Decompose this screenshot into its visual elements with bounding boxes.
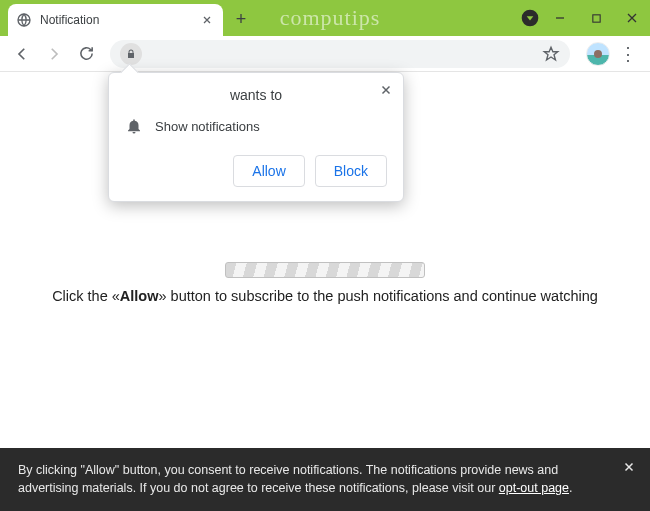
page-message-suffix: » button to subscribe to the push notifi… — [159, 288, 598, 304]
browser-toolbar: ⋮ — [0, 36, 650, 72]
back-button[interactable] — [8, 40, 36, 68]
permission-request-row: Show notifications — [125, 117, 387, 135]
permission-title: wants to — [125, 87, 387, 103]
permission-close-icon[interactable] — [379, 83, 393, 97]
block-button[interactable]: Block — [315, 155, 387, 187]
svg-rect-2 — [592, 14, 599, 21]
forward-button — [40, 40, 68, 68]
opt-out-link[interactable]: opt-out page — [499, 481, 569, 495]
bookmark-star-icon[interactable] — [542, 45, 560, 63]
extension-shield-icon[interactable] — [520, 8, 540, 28]
tab-title: Notification — [40, 13, 199, 27]
loading-bar — [225, 262, 425, 278]
consent-text-prefix: By clicking "Allow" button, you consent … — [18, 463, 558, 495]
close-window-button[interactable] — [614, 0, 650, 36]
permission-buttons: Allow Block — [125, 155, 387, 187]
browser-tab[interactable]: Notification — [8, 4, 223, 36]
globe-icon — [16, 12, 32, 28]
minimize-button[interactable] — [542, 0, 578, 36]
tab-close-icon[interactable] — [199, 12, 215, 28]
bell-icon — [125, 117, 143, 135]
consent-text-suffix: . — [569, 481, 572, 495]
allow-button[interactable]: Allow — [233, 155, 304, 187]
window-titlebar: Notification + computips — [0, 0, 650, 36]
reload-button[interactable] — [72, 40, 100, 68]
site-info-lock-icon[interactable] — [120, 43, 142, 65]
consent-footer: By clicking "Allow" button, you consent … — [0, 448, 650, 511]
consent-close-icon[interactable] — [622, 460, 636, 474]
address-bar[interactable] — [110, 40, 570, 68]
profile-avatar[interactable] — [586, 42, 610, 66]
permission-request-label: Show notifications — [155, 119, 260, 134]
page-message: Click the «Allow» button to subscribe to… — [0, 288, 650, 304]
page-message-bold: Allow — [120, 288, 159, 304]
page-message-prefix: Click the « — [52, 288, 120, 304]
window-controls — [542, 0, 650, 36]
maximize-button[interactable] — [578, 0, 614, 36]
watermark-text: computips — [280, 5, 381, 31]
menu-icon[interactable]: ⋮ — [614, 40, 642, 68]
new-tab-button[interactable]: + — [227, 5, 255, 33]
permission-dialog: wants to Show notifications Allow Block — [108, 72, 404, 202]
